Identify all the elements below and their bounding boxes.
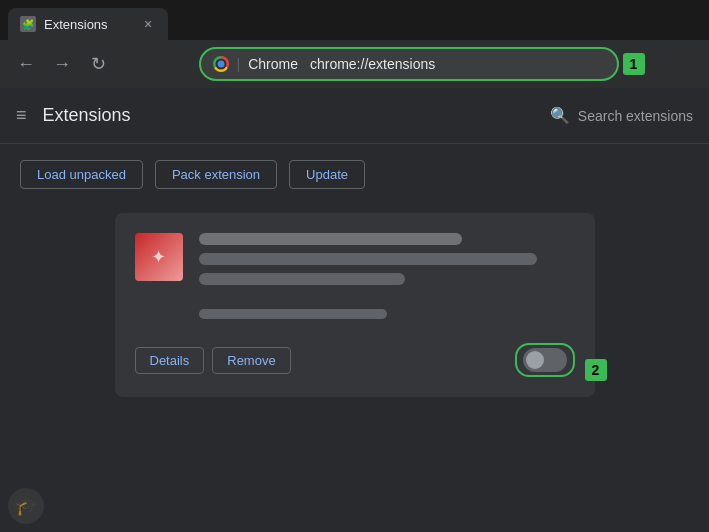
chrome-logo-icon: [213, 56, 229, 72]
extension-info: [199, 233, 575, 293]
extensions-toolbar: Load unpacked Pack extension Update: [0, 144, 709, 205]
search-input-placeholder: Search extensions: [578, 108, 693, 124]
refresh-button[interactable]: ↻: [84, 50, 112, 78]
url-text: chrome://extensions: [310, 56, 435, 72]
pack-extension-button[interactable]: Pack extension: [155, 160, 277, 189]
page-title: Extensions: [43, 105, 131, 126]
toggle-knob: [526, 351, 544, 369]
forward-button[interactable]: →: [48, 50, 76, 78]
active-tab[interactable]: 🧩 Extensions ×: [8, 8, 168, 40]
toggle-wrapper: [515, 343, 575, 377]
load-unpacked-button[interactable]: Load unpacked: [20, 160, 143, 189]
step1-badge: 1: [623, 53, 645, 75]
remove-button[interactable]: Remove: [212, 347, 290, 374]
address-separator: |: [237, 56, 241, 72]
watermark-icon: 🎓: [8, 488, 44, 524]
extensions-list: Details Remove 2: [0, 205, 709, 532]
update-button[interactable]: Update: [289, 160, 365, 189]
extension-name-line: [199, 233, 462, 245]
tab-favicon: 🧩: [20, 16, 36, 32]
tab-bar: 🧩 Extensions ×: [0, 0, 709, 40]
search-area[interactable]: 🔍 Search extensions: [550, 106, 693, 125]
browser-frame: 🧩 Extensions × ← → ↻ | Chrome chrome://e…: [0, 0, 709, 532]
menu-icon[interactable]: ≡: [16, 105, 27, 126]
extensions-header: ≡ Extensions 🔍 Search extensions: [0, 88, 709, 144]
extensions-page: ≡ Extensions 🔍 Search extensions Load un…: [0, 88, 709, 532]
extension-actions: Details Remove 2: [135, 335, 575, 377]
site-name: Chrome: [248, 56, 298, 72]
extension-card: Details Remove 2: [115, 213, 595, 397]
details-button[interactable]: Details: [135, 347, 205, 374]
address-bar[interactable]: | Chrome chrome://extensions 1: [199, 47, 619, 81]
tab-close-button[interactable]: ×: [140, 16, 156, 32]
watermark: 🎓: [8, 488, 44, 524]
search-icon: 🔍: [550, 106, 570, 125]
extension-toggle[interactable]: [523, 348, 567, 372]
extension-icon: [135, 233, 183, 281]
navigation-bar: ← → ↻ | Chrome chrome://extensions 1: [0, 40, 709, 88]
extension-desc-line2: [199, 273, 406, 285]
step2-badge: 2: [585, 359, 607, 381]
back-button[interactable]: ←: [12, 50, 40, 78]
toggle-container: 2: [515, 343, 575, 377]
tab-title: Extensions: [44, 17, 132, 32]
extension-card-inner: [135, 233, 575, 293]
extension-desc-line1: [199, 253, 537, 265]
